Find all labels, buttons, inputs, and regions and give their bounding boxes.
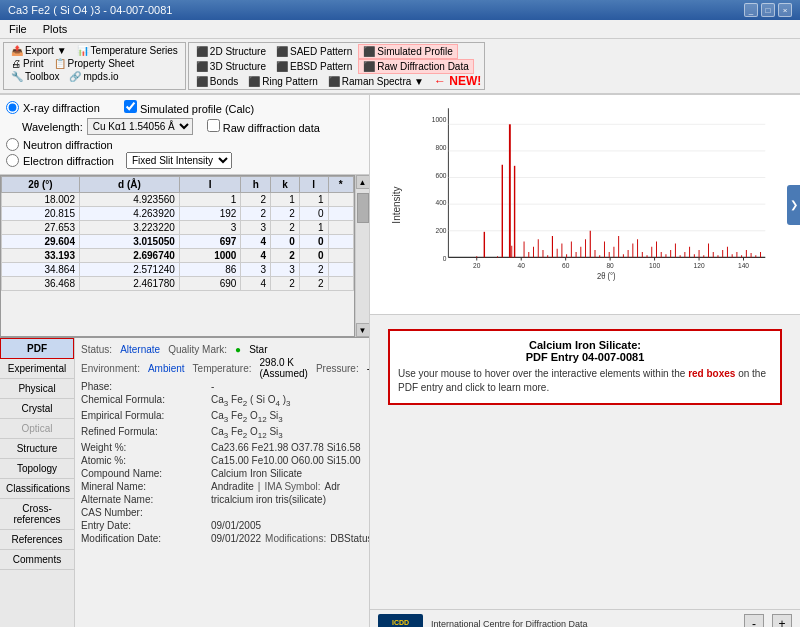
col-I: I: [179, 177, 241, 193]
table-area: 2θ (°) d (Å) I h k l * 18.0024.923560121…: [0, 175, 369, 337]
2d-structure-button[interactable]: ⬛ 2D Structure: [192, 45, 270, 58]
tab-pdf[interactable]: PDF: [0, 338, 74, 359]
status-value: Alternate: [120, 344, 160, 355]
modifications-label: Modifications:: [265, 533, 326, 544]
table-cell: 34.864: [2, 263, 80, 277]
toolbar-row-2: 🖨 Print 📋 Property Sheet: [7, 57, 182, 70]
property-sheet-icon: 📋: [54, 58, 66, 69]
mod-date-value: 09/01/2022: [211, 533, 261, 544]
tab-cross-references[interactable]: Cross-references: [0, 499, 74, 530]
data-table-container[interactable]: 2θ (°) d (Å) I h k l * 18.0024.923560121…: [0, 175, 355, 337]
panel-collapse-handle[interactable]: ❯: [787, 185, 800, 225]
table-row[interactable]: 29.6043.015050697400: [2, 235, 354, 249]
ebsd-button[interactable]: ⬛ EBSD Pattern: [272, 60, 356, 73]
xray-radio[interactable]: [6, 101, 19, 114]
3d-structure-button[interactable]: ⬛ 3D Structure: [192, 60, 270, 73]
neutron-radio[interactable]: [6, 138, 19, 151]
table-cell: 1: [179, 193, 241, 207]
tab-crystal[interactable]: Crystal: [0, 399, 74, 419]
svg-text:200: 200: [435, 227, 446, 234]
table-cell: 4: [241, 235, 271, 249]
table-cell: 27.653: [2, 221, 80, 235]
property-sheet-button[interactable]: 📋 Property Sheet: [50, 57, 139, 70]
svg-text:40: 40: [518, 262, 525, 269]
table-row[interactable]: 27.6533.2232203321: [2, 221, 354, 235]
ima-symbol-value: Adr: [325, 481, 341, 492]
saed-icon: ⬛: [276, 46, 288, 57]
table-row[interactable]: 20.8154.263920192220: [2, 207, 354, 221]
raw-diffraction-button[interactable]: ⬛ Raw Diffraction Data: [358, 59, 474, 74]
tab-optical[interactable]: Optical: [0, 419, 74, 439]
table-cell: 2: [271, 249, 300, 263]
table-cell: 33.193: [2, 249, 80, 263]
weight-pct-row: Weight %: Ca23.66 Fe21.98 O37.78 Si16.58: [81, 442, 363, 453]
table-cell: [328, 221, 353, 235]
zoom-out-button[interactable]: -: [744, 614, 764, 628]
weight-pct-value: Ca23.66 Fe21.98 O37.78 Si16.58: [211, 442, 361, 453]
table-row[interactable]: 36.4682.461780690422: [2, 277, 354, 291]
table-cell: 2: [299, 277, 328, 291]
table-cell: [328, 263, 353, 277]
slit-intensity-select[interactable]: Fixed Slit Intensity: [126, 152, 232, 169]
temp-value: 298.0 K (Assumed): [260, 357, 308, 379]
xray-label: X-ray diffraction: [23, 102, 100, 114]
table-cell: 2.461780: [79, 277, 179, 291]
print-button[interactable]: 🖨 Print: [7, 57, 48, 70]
icdd-logo: ICDD: [378, 614, 423, 628]
table-scrollbar[interactable]: ▲ ▼: [355, 175, 369, 337]
red-boxes-text: red boxes: [688, 368, 735, 379]
table-body: 18.0024.923560121120.8154.26392019222027…: [2, 193, 354, 291]
wavelength-select[interactable]: Cu Kα1 1.54056 Å: [87, 118, 193, 135]
scroll-down-arrow[interactable]: ▼: [356, 323, 370, 337]
table-cell: 192: [179, 207, 241, 221]
mpds-button[interactable]: 🔗 mpds.io: [65, 70, 122, 83]
zoom-in-button[interactable]: +: [772, 614, 792, 628]
mineral-name-label: Mineral Name:: [81, 481, 211, 492]
quality-label: Quality Mark:: [168, 344, 227, 355]
ring-pattern-button[interactable]: ⬛ Ring Pattern: [244, 75, 322, 88]
maximize-button[interactable]: □: [761, 3, 775, 17]
window-controls[interactable]: _ □ ×: [744, 3, 792, 17]
2d-icon: ⬛: [196, 46, 208, 57]
environment-row: Environment: Ambient Temperature: 298.0 …: [81, 357, 363, 379]
table-row[interactable]: 18.0024.9235601211: [2, 193, 354, 207]
toolbox-button[interactable]: 🔧 Toolbox: [7, 70, 63, 83]
chart-area: Intensity 0 200 400 600 800 1000: [370, 95, 800, 315]
raman-spectra-button[interactable]: ⬛ Raman Spectra ▼: [324, 75, 428, 88]
atomic-pct-label: Atomic %:: [81, 455, 211, 466]
scroll-thumb[interactable]: [357, 193, 369, 223]
electron-radio[interactable]: [6, 154, 19, 167]
minimize-button[interactable]: _: [744, 3, 758, 17]
cas-label: CAS Number:: [81, 507, 211, 518]
saed-button[interactable]: ⬛ SAED Pattern: [272, 45, 356, 58]
simulated-profile-button[interactable]: ⬛ Simulated Profile: [358, 44, 458, 59]
menu-plots[interactable]: Plots: [40, 22, 70, 36]
tab-topology[interactable]: Topology: [0, 459, 74, 479]
table-cell: 3: [241, 221, 271, 235]
tab-structure[interactable]: Structure: [0, 439, 74, 459]
temperature-series-button[interactable]: 📊 Temperature Series: [73, 44, 182, 57]
toolbar-row-4: ⬛ 2D Structure ⬛ SAED Pattern ⬛ Simulate…: [192, 44, 481, 59]
simulated-profile-checkbox[interactable]: [124, 100, 137, 113]
tab-references[interactable]: References: [0, 530, 74, 550]
tab-physical[interactable]: Physical: [0, 379, 74, 399]
neutron-radio-row: Neutron diffraction: [6, 138, 363, 151]
tab-experimental[interactable]: Experimental: [0, 359, 74, 379]
close-button[interactable]: ×: [778, 3, 792, 17]
modification-date-row: Modification Date: 09/01/2022 Modificati…: [81, 533, 363, 544]
tab-comments[interactable]: Comments: [0, 550, 74, 570]
title-bar: Ca3 Fe2 ( Si O4 )3 - 04-007-0081 _ □ ×: [0, 0, 800, 20]
table-row[interactable]: 34.8642.57124086332: [2, 263, 354, 277]
menu-file[interactable]: File: [6, 22, 30, 36]
scroll-up-arrow[interactable]: ▲: [356, 175, 370, 189]
raw-diffraction-checkbox[interactable]: [207, 119, 220, 132]
table-header-row: 2θ (°) d (Å) I h k l *: [2, 177, 354, 193]
export-button[interactable]: 📤 Export ▼: [7, 44, 71, 57]
left-panel: X-ray diffraction Simulated profile (Cal…: [0, 95, 370, 627]
bonds-button[interactable]: ⬛ Bonds: [192, 75, 242, 88]
table-row[interactable]: 33.1932.6967401000420: [2, 249, 354, 263]
print-icon: 🖨: [11, 58, 21, 69]
mpds-icon: 🔗: [69, 71, 81, 82]
tab-classifications[interactable]: Classifications: [0, 479, 74, 499]
table-cell: 0: [271, 235, 300, 249]
